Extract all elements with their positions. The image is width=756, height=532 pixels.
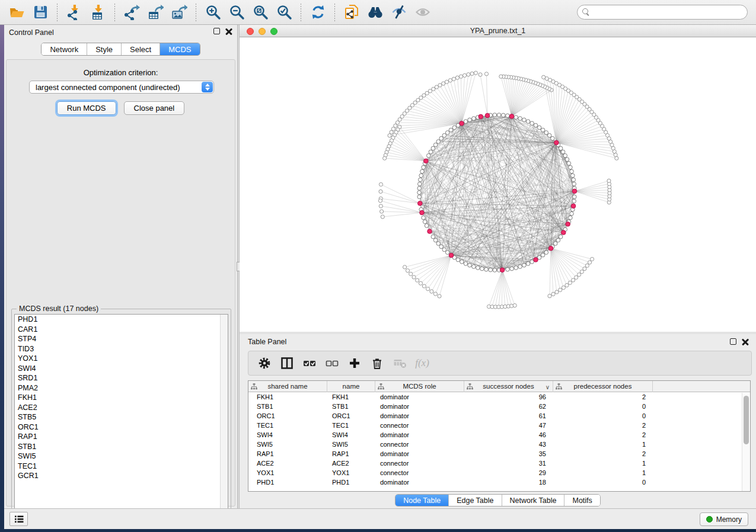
table-row[interactable]: ORC1ORC1dominator610 (248, 411, 750, 421)
mcds-result-item[interactable]: CAR1 (15, 325, 228, 335)
float-table-panel-icon[interactable] (730, 338, 736, 345)
task-history-button[interactable] (9, 512, 28, 526)
table-row[interactable]: TEC1TEC1connector472 (248, 421, 750, 430)
mcds-graph-node[interactable] (428, 229, 432, 234)
table-row[interactable]: ACE2ACE2connector311 (248, 459, 750, 468)
cell-predecessor-nodes: 2 (553, 430, 653, 440)
mcds-graph-node[interactable] (420, 210, 425, 215)
mcds-graph-node[interactable] (561, 230, 566, 235)
mcds-result-item[interactable]: YOX1 (15, 354, 228, 364)
refresh-icon[interactable] (308, 2, 328, 23)
tab-style[interactable]: Style (87, 43, 122, 55)
mcds-graph-node[interactable] (449, 253, 454, 258)
table-row[interactable]: YOX1YOX1connector291 (248, 468, 750, 477)
export-network-icon[interactable] (122, 2, 142, 23)
tab-edge-table[interactable]: Edge Table (449, 495, 502, 506)
mcds-graph-node[interactable] (417, 201, 422, 206)
mcds-graph-node[interactable] (571, 204, 576, 209)
mcds-result-item[interactable]: PMA2 (15, 383, 228, 393)
memory-button[interactable]: Memory (700, 512, 748, 526)
mcds-result-item[interactable]: SWI4 (15, 364, 228, 374)
network-window-titlebar[interactable]: YPA_prune.txt_1 (240, 25, 756, 37)
network-canvas[interactable] (240, 37, 756, 332)
add-column-icon[interactable] (344, 354, 365, 373)
import-network-icon[interactable] (64, 2, 84, 23)
export-image-icon[interactable] (169, 2, 189, 23)
mcds-graph-node[interactable] (500, 268, 505, 273)
mcds-result-item[interactable]: ACE2 (15, 403, 228, 413)
export-table-icon[interactable] (145, 2, 165, 23)
toolbar-separator (196, 4, 196, 21)
deselect-all-icon[interactable] (322, 354, 342, 373)
cell-predecessor-nodes: 0 (553, 411, 653, 421)
zoom-in-icon[interactable] (203, 2, 223, 23)
mcds-graph-node[interactable] (509, 114, 514, 119)
mcds-graph-node[interactable] (548, 246, 553, 251)
column-header-name[interactable]: name (327, 381, 375, 392)
column-settings-icon[interactable] (254, 354, 275, 373)
mcds-result-item[interactable]: GCR1 (15, 471, 228, 481)
mcds-result-item[interactable]: TEC1 (15, 462, 228, 472)
float-panel-icon[interactable] (213, 28, 220, 34)
column-header-shared-name[interactable]: shared name (248, 381, 327, 392)
table-scrollbar[interactable] (742, 393, 749, 491)
tab-mcds[interactable]: MCDS (160, 43, 199, 55)
search-input[interactable] (593, 6, 741, 18)
tab-node-table[interactable]: Node Table (395, 495, 449, 506)
cell-predecessor-nodes: 2 (553, 449, 653, 459)
close-panel-icon[interactable] (225, 28, 232, 35)
close-panel-button[interactable]: Close panel (124, 101, 185, 115)
table-row[interactable]: SWI4SWI4dominator462 (248, 430, 750, 440)
mcds-graph-node[interactable] (572, 189, 577, 194)
table-row[interactable]: STB1STB1dominator620 (248, 402, 750, 411)
mcds-result-item[interactable]: SRD1 (15, 373, 228, 383)
mcds-graph-node[interactable] (485, 113, 490, 118)
select-all-icon[interactable] (299, 354, 320, 373)
zoom-out-icon[interactable] (227, 2, 247, 23)
table-row[interactable]: SWI5SWI5connector431 (248, 440, 750, 449)
find-icon[interactable] (365, 2, 385, 23)
zoom-fit-icon[interactable] (250, 2, 270, 23)
column-header-successor-nodes[interactable]: successor nodes∨ (464, 381, 553, 392)
column-header-MCDS-role[interactable]: MCDS role (375, 381, 464, 392)
table-row[interactable]: PHD1PHD1dominator180 (248, 477, 750, 487)
run-mcds-button[interactable]: Run MCDS (57, 101, 116, 115)
mcds-result-item[interactable]: STP4 (15, 334, 228, 344)
table-scrollbar-thumb[interactable] (744, 396, 749, 444)
network-graph[interactable] (240, 37, 756, 332)
open-file-icon[interactable] (7, 2, 27, 23)
mcds-result-item[interactable]: FKH1 (15, 393, 228, 403)
mcds-graph-node[interactable] (460, 121, 464, 126)
zoom-selected-icon[interactable] (274, 2, 294, 23)
mcds-graph-node[interactable] (479, 114, 483, 119)
optimization-criterion-select[interactable]: largest connected component (undirected) (29, 81, 214, 94)
mcds-graph-node[interactable] (554, 140, 559, 145)
table-row[interactable]: FKH1FKH1dominator962 (248, 392, 750, 402)
mcds-result-item[interactable]: STB5 (15, 412, 228, 422)
duplicate-network-icon[interactable] (342, 2, 362, 23)
column-header-predecessor-nodes[interactable]: predecessor nodes (553, 381, 653, 392)
mcds-list-scrollbar[interactable] (220, 315, 228, 525)
mcds-graph-node[interactable] (424, 159, 429, 164)
close-table-panel-icon[interactable] (742, 338, 749, 345)
delete-column-icon[interactable] (367, 354, 387, 373)
search-box[interactable] (577, 5, 748, 20)
table-header-row: shared namename MCDS role successor node… (248, 381, 750, 392)
tab-network[interactable]: Network (42, 43, 87, 55)
tab-select[interactable]: Select (122, 43, 160, 55)
tab-network-table[interactable]: Network Table (502, 495, 565, 506)
mcds-result-item[interactable]: TID3 (15, 344, 228, 354)
mcds-result-item[interactable]: STB1 (15, 442, 228, 452)
table-row[interactable]: RAP1RAP1dominator352 (248, 449, 750, 459)
import-table-icon[interactable] (88, 2, 108, 23)
mcds-result-item[interactable]: RAP1 (15, 432, 228, 442)
toggle-panes-icon[interactable] (277, 354, 297, 373)
mcds-result-item[interactable]: PHD1 (15, 315, 228, 325)
mcds-result-item[interactable]: SWI5 (15, 451, 228, 462)
hide-selected-icon[interactable] (389, 2, 409, 23)
mcds-graph-node[interactable] (534, 258, 538, 262)
mcds-graph-node[interactable] (566, 222, 570, 226)
tab-motifs[interactable]: Motifs (564, 495, 599, 506)
mcds-result-item[interactable]: ORC1 (15, 422, 228, 432)
save-session-icon[interactable] (30, 2, 50, 23)
